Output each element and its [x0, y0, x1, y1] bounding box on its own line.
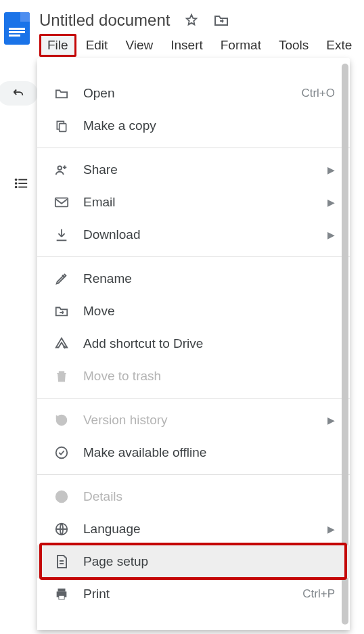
- menu-separator: [37, 148, 350, 148]
- menu-edit[interactable]: Edit: [78, 34, 116, 57]
- chevron-right-icon: ▶: [327, 229, 335, 240]
- chevron-right-icon: ▶: [327, 524, 335, 535]
- pencil-icon: [52, 271, 71, 286]
- globe-icon: [52, 522, 71, 537]
- menu-separator: [37, 398, 350, 399]
- star-icon[interactable]: [183, 12, 200, 28]
- menu-item-label: Email: [83, 195, 327, 210]
- menu-item-label: Share: [83, 162, 327, 177]
- menu-insert[interactable]: Insert: [162, 34, 211, 57]
- menu-extensions[interactable]: Exte: [318, 34, 360, 57]
- menu-item-share[interactable]: Share ▶: [37, 154, 350, 186]
- docs-logo-icon[interactable]: [4, 12, 30, 45]
- menu-item-add-shortcut[interactable]: Add shortcut to Drive: [37, 327, 350, 360]
- folder-icon: [52, 87, 71, 99]
- menu-item-details: Details: [37, 480, 350, 513]
- menu-shortcut: Ctrl+P: [302, 587, 335, 601]
- page-setup-icon: [52, 553, 71, 570]
- menu-file[interactable]: File: [39, 34, 76, 57]
- history-icon: [52, 413, 71, 428]
- menu-item-label: Language: [83, 522, 327, 537]
- menu-item-label: Print: [83, 587, 302, 602]
- download-icon: [52, 227, 71, 242]
- app-header: Untitled document File Edit View Insert …: [0, 0, 364, 57]
- menu-item-label: Page setup: [83, 554, 335, 569]
- menu-item-move[interactable]: Move: [37, 295, 350, 327]
- chevron-right-icon: ▶: [327, 415, 335, 426]
- menu-item-language[interactable]: Language ▶: [37, 513, 350, 545]
- svg-point-1: [15, 182, 18, 185]
- menu-item-new[interactable]: New: [37, 64, 350, 77]
- copy-icon: [52, 118, 71, 133]
- menu-item-page-setup[interactable]: Page setup: [37, 545, 350, 578]
- menu-item-label: Details: [83, 489, 335, 504]
- move-icon: [52, 304, 71, 318]
- svg-rect-5: [18, 187, 27, 188]
- svg-point-9: [56, 447, 68, 459]
- menu-item-trash: Move to trash: [37, 360, 350, 392]
- menu-item-rename[interactable]: Rename: [37, 263, 350, 295]
- svg-rect-4: [18, 183, 27, 184]
- menu-format[interactable]: Format: [212, 34, 269, 57]
- chevron-right-icon: ▶: [327, 164, 335, 175]
- menu-separator: [37, 256, 350, 257]
- menu-item-version-history: Version history ▶: [37, 404, 350, 436]
- menu-item-label: Make available offline: [83, 445, 335, 460]
- menu-item-label: Open: [83, 86, 301, 101]
- trash-icon: [52, 369, 71, 384]
- menu-tools[interactable]: Tools: [271, 34, 317, 57]
- file-menu-dropdown: New Open Ctrl+O Make a copy Share ▶: [37, 58, 350, 630]
- checkmark-circle-icon: [52, 445, 71, 460]
- svg-rect-12: [59, 596, 64, 599]
- menu-item-download[interactable]: Download ▶: [37, 219, 350, 251]
- menu-item-print[interactable]: Print Ctrl+P: [37, 578, 350, 610]
- svg-point-2: [15, 186, 18, 189]
- menu-item-open[interactable]: Open Ctrl+O: [37, 77, 350, 110]
- menu-item-offline[interactable]: Make available offline: [37, 436, 350, 469]
- menu-item-label: Move: [83, 304, 335, 319]
- undo-button[interactable]: [0, 81, 38, 106]
- menu-item-label: Move to trash: [83, 369, 335, 384]
- share-icon: [52, 162, 71, 177]
- email-icon: [52, 196, 71, 208]
- menu-view[interactable]: View: [117, 34, 161, 57]
- menu-item-make-copy[interactable]: Make a copy: [37, 110, 350, 142]
- menu-item-label: Download: [83, 227, 327, 242]
- menu-item-label: Rename: [83, 271, 335, 286]
- svg-point-7: [58, 166, 62, 171]
- menu-item-email[interactable]: Email ▶: [37, 186, 350, 219]
- menu-bar: File Edit View Insert Format Tools Exte: [39, 34, 360, 57]
- print-icon: [52, 587, 71, 602]
- menu-item-label: Make a copy: [83, 118, 335, 133]
- svg-rect-8: [55, 198, 68, 207]
- bullet-list-icon[interactable]: [14, 176, 28, 191]
- menu-shortcut: Ctrl+O: [301, 87, 335, 100]
- menu-item-label: Add shortcut to Drive: [83, 336, 335, 351]
- move-folder-icon[interactable]: [213, 12, 229, 28]
- info-icon: [52, 489, 71, 504]
- svg-point-0: [15, 179, 18, 181]
- menu-separator: [37, 474, 350, 475]
- menu-item-label: Version history: [83, 413, 327, 428]
- chevron-right-icon: ▶: [327, 197, 335, 208]
- document-title[interactable]: Untitled document: [39, 11, 170, 30]
- svg-rect-3: [18, 179, 27, 181]
- svg-rect-6: [60, 124, 66, 132]
- drive-shortcut-icon: [52, 336, 71, 351]
